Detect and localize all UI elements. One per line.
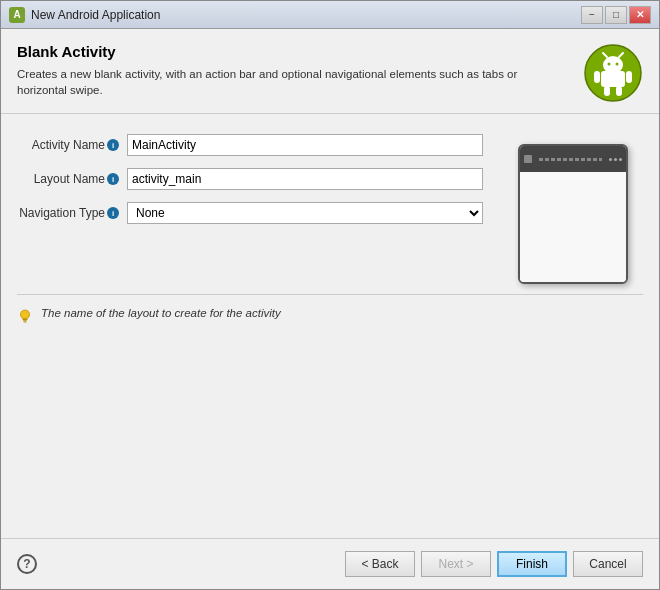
android-logo: [583, 43, 643, 103]
footer-buttons: < Back Next > Finish Cancel: [345, 551, 643, 577]
footer: ? < Back Next > Finish Cancel: [1, 539, 659, 589]
dialog-content: Blank Activity Creates a new blank activ…: [1, 29, 659, 589]
activity-name-info-icon[interactable]: i: [107, 139, 119, 151]
activity-name-row: Activity Name i: [17, 134, 483, 156]
layout-name-input[interactable]: [127, 168, 483, 190]
page-title: Blank Activity: [17, 43, 573, 60]
layout-name-label: Layout Name i: [17, 172, 127, 186]
phone-preview: [518, 144, 628, 284]
activity-name-input[interactable]: [127, 134, 483, 156]
help-button[interactable]: ?: [17, 554, 37, 574]
layout-name-info-icon[interactable]: i: [107, 173, 119, 185]
main-window: A New Android Application − □ ✕ Blank Ac…: [0, 0, 660, 590]
window-icon: A: [9, 7, 25, 23]
header-section: Blank Activity Creates a new blank activ…: [1, 29, 659, 114]
next-button[interactable]: Next >: [421, 551, 491, 577]
phone-dot-1: [609, 158, 612, 161]
svg-point-4: [616, 63, 619, 66]
back-button[interactable]: < Back: [345, 551, 415, 577]
hint-section: The name of the layout to create for the…: [1, 295, 659, 336]
window-controls: − □ ✕: [581, 6, 651, 24]
phone-nav-icon: [524, 155, 532, 163]
svg-point-11: [21, 310, 30, 319]
minimize-button[interactable]: −: [581, 6, 603, 24]
finish-button[interactable]: Finish: [497, 551, 567, 577]
hint-bulb-icon: [17, 308, 33, 324]
phone-squiggle: [539, 158, 602, 161]
navigation-type-select[interactable]: None Tabs Swipe Dropdown: [127, 202, 483, 224]
svg-rect-12: [23, 319, 28, 321]
title-bar: A New Android Application − □ ✕: [1, 1, 659, 29]
svg-rect-10: [616, 86, 622, 96]
svg-rect-9: [604, 86, 610, 96]
header-text: Blank Activity Creates a new blank activ…: [17, 43, 573, 98]
phone-dot-3: [619, 158, 622, 161]
content-spacer: [1, 336, 659, 538]
form-fields: Activity Name i Layout Name i: [17, 134, 483, 284]
maximize-button[interactable]: □: [605, 6, 627, 24]
svg-point-3: [608, 63, 611, 66]
svg-rect-14: [24, 321, 27, 322]
phone-dots: [609, 158, 622, 161]
svg-point-2: [603, 56, 623, 74]
navigation-type-info-icon[interactable]: i: [107, 207, 119, 219]
phone-dot-2: [614, 158, 617, 161]
activity-name-label: Activity Name i: [17, 138, 127, 152]
phone-action-bar: [520, 146, 626, 172]
hint-text: The name of the layout to create for the…: [41, 307, 281, 319]
close-button[interactable]: ✕: [629, 6, 651, 24]
svg-rect-8: [626, 71, 632, 83]
svg-rect-13: [23, 320, 27, 321]
navigation-type-row: Navigation Type i None Tabs Swipe Dropdo…: [17, 202, 483, 224]
page-description: Creates a new blank activity, with an ac…: [17, 66, 537, 98]
layout-name-row: Layout Name i: [17, 168, 483, 190]
window-title: New Android Application: [31, 8, 581, 22]
form-section: Activity Name i Layout Name i: [1, 114, 659, 294]
cancel-button[interactable]: Cancel: [573, 551, 643, 577]
svg-rect-7: [594, 71, 600, 83]
navigation-type-label: Navigation Type i: [17, 206, 127, 220]
phone-content: [520, 172, 626, 282]
preview-panel: [503, 134, 643, 284]
